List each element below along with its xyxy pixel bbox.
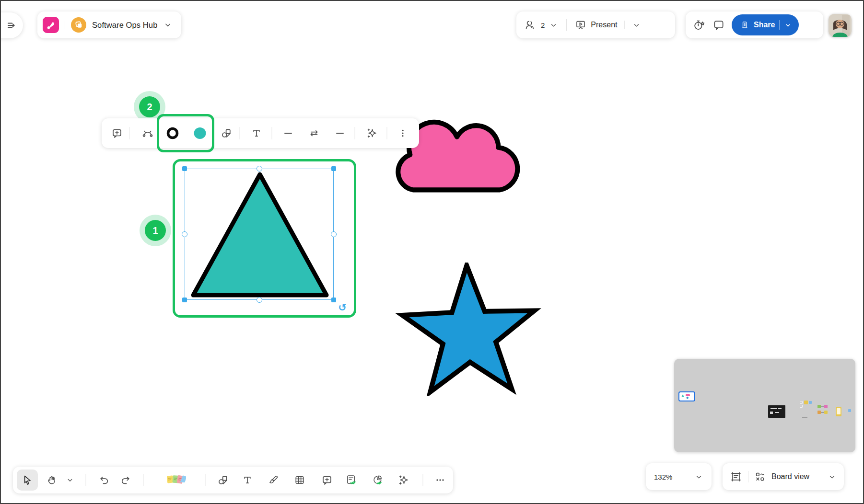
zoom-control[interactable]: 132% (646, 463, 712, 490)
divider (272, 127, 272, 139)
divider (206, 474, 206, 486)
step-badge-2: 2 (139, 96, 160, 117)
minimap-star: ★ (686, 396, 689, 400)
org-share-icon (740, 20, 749, 30)
star-shape[interactable] (395, 263, 543, 396)
text-tool-button[interactable] (242, 474, 253, 486)
text-button[interactable] (251, 127, 262, 139)
minimap[interactable]: ▲ ★ (674, 359, 855, 452)
edit-points-button[interactable] (142, 127, 153, 139)
more-options-button[interactable] (397, 127, 409, 139)
chevron-down-icon (66, 476, 74, 484)
collaborators-count: 2 (541, 21, 545, 29)
sidebar-expand-button[interactable] (0, 12, 23, 38)
minimap-object (821, 406, 824, 407)
comments-icon[interactable] (712, 19, 725, 31)
minimap-object (800, 405, 803, 408)
board-view-control: Board view (723, 463, 844, 490)
resize-handle-n[interactable] (257, 166, 262, 172)
templates-button[interactable] (345, 474, 358, 486)
divider (748, 471, 748, 482)
border-style-button[interactable] (282, 127, 294, 139)
minimap-object (824, 411, 828, 414)
hand-tool-button[interactable] (47, 474, 58, 486)
divider (423, 474, 423, 486)
resize-handle-e[interactable] (331, 231, 337, 237)
minimap-viewport[interactable]: ▲ ★ (678, 391, 695, 401)
switch-shape-button[interactable] (221, 127, 232, 139)
sticky-notes-button[interactable] (166, 473, 186, 487)
resize-handle-s[interactable] (257, 297, 262, 303)
collaboration-card: 2 Present (516, 11, 675, 38)
ai-tools-button[interactable] (398, 474, 409, 486)
mural-logo[interactable] (43, 17, 59, 33)
chart-check-icon (372, 474, 384, 486)
draw-tool-button[interactable] (268, 474, 279, 486)
resize-handle-nw[interactable] (182, 166, 187, 171)
shapes-icon (217, 474, 229, 486)
resize-handle-sw[interactable] (182, 298, 187, 302)
rotate-handle-icon[interactable]: ↺ (337, 302, 348, 313)
comment-tool-button[interactable] (321, 474, 333, 486)
divider (387, 127, 387, 139)
board-info-card[interactable]: Software Ops Hub (37, 11, 181, 38)
border-color-swatch[interactable] (165, 126, 180, 141)
collaborators-icon (524, 19, 537, 31)
minimap-object (817, 411, 821, 414)
chevron-down-icon[interactable] (784, 21, 792, 29)
minimap-object (824, 405, 828, 408)
resize-handle-w[interactable] (182, 231, 187, 237)
minimap-object (804, 401, 808, 404)
share-label: Share (754, 21, 775, 29)
comment-add-button[interactable] (111, 127, 123, 139)
table-icon (294, 474, 305, 486)
minimap-object (837, 408, 841, 414)
tool-chevron-button[interactable] (66, 476, 74, 484)
apps-charts-button[interactable] (372, 474, 384, 486)
resize-handle-se[interactable] (331, 298, 336, 302)
avatar[interactable] (829, 14, 852, 37)
frame-icon[interactable] (730, 470, 742, 483)
more-tools-button[interactable] (434, 474, 446, 486)
board-view-label[interactable]: Board view (771, 472, 809, 481)
undo-button[interactable] (98, 474, 110, 486)
line-style-button[interactable] (334, 127, 346, 139)
divider (779, 20, 780, 30)
main-toolbar (13, 467, 453, 493)
divider (566, 19, 567, 31)
timer-icon[interactable] (692, 18, 706, 32)
chevron-down-icon[interactable] (632, 21, 641, 30)
zoom-level: 132% (654, 473, 672, 481)
resize-handle-ne[interactable] (331, 166, 336, 171)
select-tool-button[interactable] (17, 470, 38, 491)
minimap-object (848, 409, 851, 412)
divider (355, 127, 355, 139)
chevron-down-icon[interactable] (549, 21, 558, 30)
comment-add-icon (321, 474, 333, 486)
sidebar-expand-icon (6, 20, 17, 31)
ai-sparkle-button[interactable] (366, 127, 378, 139)
fill-color-swatch[interactable] (192, 126, 208, 141)
text-icon (242, 474, 253, 486)
actions-card: Share (686, 11, 823, 38)
share-button[interactable]: Share (732, 14, 799, 35)
selection-bounding-box[interactable] (185, 169, 334, 300)
workspace-icon (71, 17, 86, 33)
chevron-down-icon[interactable] (694, 472, 703, 481)
mixed-shapes-icon (754, 471, 766, 482)
whiteboard-app: ↺ 1 2 (0, 0, 864, 504)
ellipsis-icon (434, 474, 446, 486)
swap-arrows-button[interactable] (308, 127, 320, 139)
shapes-tool-button[interactable] (217, 474, 229, 486)
minimap-object (809, 401, 812, 404)
present-label[interactable]: Present (591, 21, 617, 29)
divider (65, 21, 65, 29)
triangle-shape[interactable] (185, 169, 334, 300)
table-tool-button[interactable] (294, 474, 305, 486)
redo-button[interactable] (120, 474, 131, 486)
sticky-notes-icon (166, 473, 186, 487)
chevron-down-icon[interactable] (828, 472, 837, 481)
chevron-down-icon[interactable] (163, 20, 173, 30)
minimap-object (817, 405, 821, 408)
present-screen-icon (575, 19, 586, 31)
